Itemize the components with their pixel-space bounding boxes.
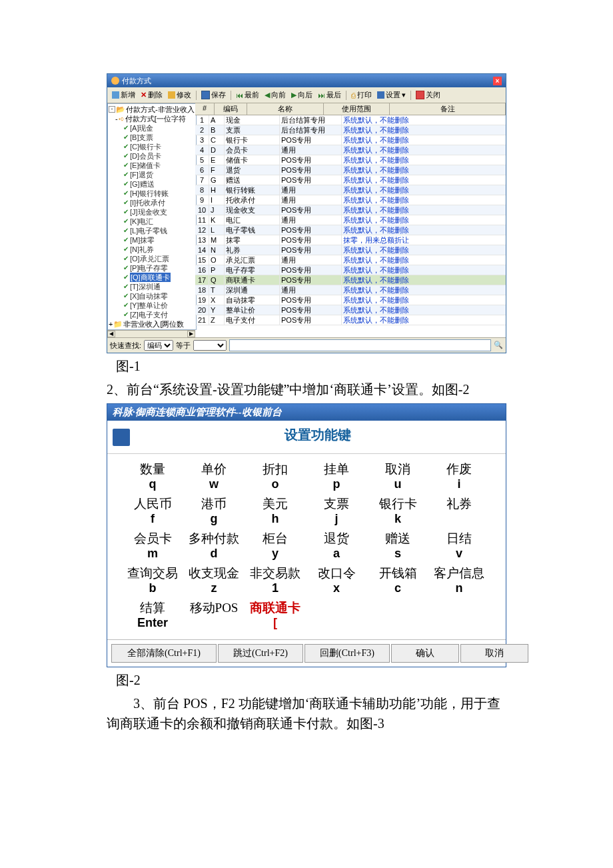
cancel-button[interactable]: 取消 [460,644,528,663]
find-op-select[interactable] [193,340,227,351]
tree-leaf[interactable]: ✔[A]现金 [109,123,195,133]
tree-scrollbar[interactable]: ◀ ▶ [107,330,195,337]
table-row[interactable]: 20Y整单让价POS专用系统默认，不能删除 [195,305,506,315]
table-row[interactable]: 2B支票后台结算专用系统默认，不能删除 [195,125,506,135]
tree-leaf[interactable]: ✔[Y]整单让价 [109,301,195,310]
function-key[interactable]: 移动POS [183,601,245,630]
new-button[interactable]: 新增 [110,89,137,101]
function-key[interactable]: 结算Enter [122,601,183,630]
table-row[interactable]: 16P电子存零POS专用系统默认，不能删除 [195,265,506,275]
ok-button[interactable]: 确认 [391,644,459,663]
function-key[interactable]: 数量q [122,462,183,491]
tree-panel[interactable]: -📂付款方式-非营业收入 -➪付款方式[一位字符 ✔[A]现金✔[B]支票✔[C… [107,103,197,330]
scroll-right-icon[interactable]: ▶ [187,331,195,337]
clear-all-button[interactable]: 全部清除(Ctrl+F1) [111,644,217,663]
function-key[interactable]: 赠送s [367,531,428,561]
last-button[interactable]: ⏭最后 [316,89,343,101]
tree-leaf[interactable]: ✔[X]自动抹零 [109,291,195,301]
function-key[interactable]: 查询交易b [122,566,183,595]
table-row[interactable]: 6F退货POS专用系统默认，不能删除 [195,165,506,175]
tree-leaf[interactable]: ✔[P]电子存零 [109,263,195,273]
function-key[interactable]: 开钱箱c [367,566,428,595]
first-button[interactable]: ⏮最前 [234,89,261,101]
function-key[interactable]: 改口令x [306,566,367,595]
function-key[interactable]: 折扣o [245,462,306,491]
function-key[interactable]: 会员卡m [122,531,183,561]
table-row[interactable]: 13M抹零POS专用抹零，用来总额折让 [195,235,506,245]
tree-leaf[interactable]: ✔[F]退货 [109,170,195,179]
function-key[interactable]: 非交易款1 [245,566,306,595]
tree-root2[interactable]: +📁非营业收入[两位数 [109,319,195,329]
function-key[interactable]: 美元h [245,497,306,526]
tree-leaf[interactable]: ✔[B]支票 [109,133,195,142]
table-row[interactable]: 3C银行卡POS专用系统默认，不能删除 [195,135,506,145]
close-button[interactable]: 关闭 [414,89,442,101]
find-input[interactable] [229,339,491,351]
function-key[interactable]: 收支现金z [183,566,245,595]
next-button[interactable]: ▶向后 [289,89,314,101]
table-row[interactable]: 8H银行转账通用系统默认，不能删除 [195,185,506,195]
tree-leaf[interactable]: ✔[J]现金收支 [109,207,195,217]
table-row[interactable]: 5E储值卡POS专用系统默认，不能删除 [195,155,506,165]
table-row[interactable]: 12L电子零钱POS专用系统默认，不能删除 [195,225,506,235]
table-row[interactable]: 11K电汇通用系统默认，不能删除 [195,215,506,225]
function-key[interactable]: 礼券 [428,497,490,526]
table-row[interactable]: 18T深圳通通用系统默认，不能删除 [195,285,506,295]
function-key[interactable]: 多种付款d [183,531,245,561]
tree-leaf[interactable]: ✔[E]储值卡 [109,161,195,170]
tree-leaf[interactable]: ✔[N]礼券 [109,245,195,254]
table-row[interactable]: 14N礼券POS专用系统默认，不能删除 [195,245,506,255]
search-icon[interactable]: 🔍 [494,341,503,350]
function-key[interactable]: 作废i [428,462,490,491]
data-grid[interactable]: # 编码 名称 使用范围 备注 1A现金后台结算专用系统默认，不能删除2B支票后… [195,103,506,337]
table-row[interactable]: 15O承兑汇票通用系统默认，不能删除 [195,255,506,265]
function-key[interactable]: 支票j [306,497,367,526]
find-field-select[interactable]: 编码 [144,340,173,351]
tree-leaf[interactable]: ✔[H]银行转账 [109,189,195,198]
tree-group[interactable]: -➪付款方式[一位字符 [109,114,195,123]
function-key[interactable]: 客户信息n [428,566,490,595]
function-key[interactable]: 银行卡k [367,497,428,526]
delete-button[interactable]: ✕删除 [139,89,165,101]
table-row[interactable]: 4D会员卡通用系统默认，不能删除 [195,145,506,155]
edit-button[interactable]: 修改 [166,89,193,101]
win2-titlebar[interactable]: 科脉·御商连锁商业管理软件--收银前台 [107,404,506,421]
tree-leaf[interactable]: ✔[G]赠送 [109,179,195,189]
table-row[interactable]: 21Z电子支付POS专用系统默认，不能删除 [195,315,506,325]
function-key[interactable]: 单价w [183,462,245,491]
tree-leaf[interactable]: ✔[Z]电子支付 [109,310,195,319]
tree-leaf[interactable]: ✔[M]抹零 [109,235,195,245]
table-row[interactable]: 7G赠送POS专用系统默认，不能删除 [195,175,506,185]
function-key[interactable]: 人民币f [122,497,183,526]
function-key[interactable]: 取消u [367,462,428,491]
undo-button[interactable]: 回删(Ctrl+F3) [305,644,390,663]
tree-leaf[interactable]: ✔[C]银行卡 [109,142,195,151]
tree-leaf[interactable]: ✔[K]电汇 [109,217,195,226]
tree-leaf[interactable]: ✔[O]承兑汇票 [109,254,195,263]
tree-leaf[interactable]: ✔[L]电子零钱 [109,226,195,235]
tree-leaf[interactable]: ✔[T]深圳通 [109,282,195,291]
tree-leaf[interactable]: ✔[D]会员卡 [109,151,195,161]
tree-leaf[interactable]: ✔[Q]商联通卡 [109,273,195,282]
prev-button[interactable]: ◀向前 [263,89,288,101]
table-row[interactable]: 9I托收承付通用系统默认，不能删除 [195,195,506,205]
print-button[interactable]: ⎙打印 [349,89,374,101]
tree-root[interactable]: -📂付款方式-非营业收入 [109,105,195,114]
settings-button[interactable]: 设置 ▾ [375,89,408,101]
scroll-left-icon[interactable]: ◀ [107,331,115,337]
function-key[interactable]: 挂单p [306,462,367,491]
save-button[interactable]: 保存 [199,89,228,101]
function-key[interactable]: 退货a [306,531,367,561]
table-row[interactable]: 17Q商联通卡POS专用系统默认，不能删除 [195,275,506,285]
skip-button[interactable]: 跳过(Ctrl+F2) [218,644,303,663]
function-key[interactable]: 柜台y [245,531,306,561]
function-key[interactable]: 日结v [428,531,490,561]
tree-leaf[interactable]: ✔[I]托收承付 [109,198,195,207]
close-icon[interactable]: × [493,77,502,85]
function-key[interactable]: 商联通卡[ [245,601,306,630]
table-row[interactable]: 10J现金收支POS专用系统默认，不能删除 [195,205,506,215]
table-row[interactable]: 1A现金后台结算专用系统默认，不能删除 [195,115,506,125]
table-row[interactable]: 19X自动抹零POS专用系统默认，不能删除 [195,295,506,305]
titlebar[interactable]: 付款方式 × [107,74,506,87]
function-key[interactable]: 港币g [183,497,245,526]
